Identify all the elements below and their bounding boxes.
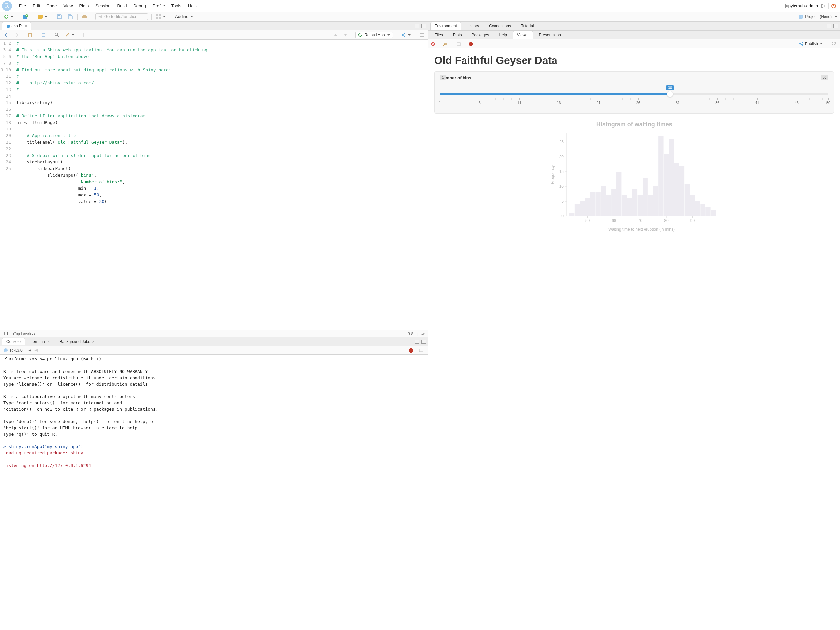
svg-rect-7	[82, 16, 87, 18]
files-tab-files[interactable]: Files	[430, 31, 447, 39]
svg-text:70: 70	[638, 219, 643, 223]
clear-console-icon[interactable]	[417, 348, 425, 353]
menu-tools[interactable]: Tools	[168, 3, 185, 8]
svg-rect-40	[569, 213, 574, 216]
svg-rect-55	[648, 195, 653, 216]
refresh-viewer-icon[interactable]	[831, 41, 837, 46]
save-all-button[interactable]	[66, 14, 74, 20]
minimize-pane-icon[interactable]	[415, 24, 419, 28]
env-tab-environment[interactable]: Environment	[430, 22, 461, 30]
menu-plots[interactable]: Plots	[76, 3, 92, 8]
svg-text:50: 50	[586, 219, 590, 223]
svg-line-18	[66, 34, 69, 36]
source-tab-app[interactable]: app.R ×	[2, 22, 31, 30]
close-icon[interactable]: ×	[47, 340, 49, 344]
console-tab-console[interactable]: Console	[2, 338, 25, 345]
svg-line-17	[57, 35, 59, 36]
power-icon[interactable]	[831, 3, 836, 9]
svg-text:90: 90	[690, 219, 695, 223]
svg-rect-67	[711, 210, 716, 216]
svg-rect-57	[658, 136, 663, 216]
svg-rect-47	[606, 195, 611, 216]
goto-dir-icon[interactable]	[33, 348, 39, 353]
save-source-icon[interactable]	[40, 32, 47, 38]
menubar: R FileEditCodeViewPlotsSessionBuildDebug…	[0, 0, 840, 12]
user-label: jupyterhub-admin	[785, 3, 818, 8]
env-tabstrip: EnvironmentHistoryConnectionsTutorial	[428, 22, 840, 30]
menu-build[interactable]: Build	[114, 3, 130, 8]
slider-handle[interactable]	[666, 91, 673, 97]
r-version-label: R 4.3.0	[10, 348, 23, 353]
svg-point-16	[55, 33, 58, 36]
svg-rect-43	[585, 198, 590, 216]
console-tab-terminal[interactable]: Terminal×	[26, 338, 54, 345]
publish-label: Publish	[805, 41, 818, 46]
publish-icon[interactable]	[399, 32, 412, 38]
console-output[interactable]: Platform: x86_64-pc-linux-gnu (64-bit) R…	[0, 354, 428, 630]
file-type-selector[interactable]: R Script ▴▾	[407, 332, 425, 336]
wand-icon[interactable]	[64, 32, 76, 38]
svg-text:Waiting time to next eruption : Waiting time to next eruption (in mins)	[608, 227, 674, 232]
env-tab-tutorial[interactable]: Tutorial	[516, 22, 538, 30]
files-tab-viewer[interactable]: Viewer	[513, 31, 533, 39]
stop-viewer-icon[interactable]	[469, 41, 473, 46]
files-tab-presentation[interactable]: Presentation	[534, 31, 565, 39]
menu-debug[interactable]: Debug	[130, 3, 149, 8]
files-tab-plots[interactable]: Plots	[449, 31, 466, 39]
back-icon[interactable]	[3, 32, 10, 38]
clear-viewer-icon[interactable]	[442, 41, 449, 47]
show-in-new-window-icon[interactable]	[27, 32, 34, 38]
project-label[interactable]: Project: (None)	[805, 14, 832, 19]
menu-profile[interactable]: Profile	[149, 3, 168, 8]
bins-slider[interactable]: 30	[440, 91, 829, 97]
console-tab-background-jobs[interactable]: Background Jobs×	[55, 338, 99, 345]
run-up-icon[interactable]	[332, 32, 339, 38]
addins-menu[interactable]: Addins	[174, 14, 194, 20]
svg-rect-63	[690, 195, 695, 216]
close-icon[interactable]: ×	[92, 340, 94, 344]
menu-code[interactable]: Code	[43, 3, 60, 8]
env-tab-connections[interactable]: Connections	[485, 22, 515, 30]
remove-viewer-icon[interactable]	[431, 41, 435, 46]
menu-help[interactable]: Help	[185, 3, 200, 8]
svg-rect-46	[601, 186, 606, 216]
scope-selector[interactable]: (Top Level) ▴▾	[13, 332, 35, 336]
run-down-icon[interactable]	[342, 32, 349, 38]
maximize-pane-icon[interactable]	[421, 340, 426, 344]
app-title: Old Faithful Geyser Data	[434, 54, 834, 66]
save-button[interactable]	[56, 14, 63, 20]
menu-file[interactable]: File	[16, 3, 29, 8]
outline-toggle-icon[interactable]	[419, 32, 425, 38]
new-file-button[interactable]	[3, 14, 14, 20]
svg-text:20: 20	[559, 154, 564, 159]
print-button[interactable]	[81, 14, 88, 19]
files-tab-help[interactable]: Help	[494, 31, 511, 39]
forward-icon	[13, 32, 21, 38]
reload-app-button[interactable]: Reload App	[355, 32, 393, 38]
open-file-button[interactable]	[36, 14, 49, 19]
minimize-pane-icon[interactable]	[827, 24, 831, 28]
goto-file-input[interactable]: Go to file/function	[95, 13, 148, 20]
new-project-button[interactable]	[21, 14, 29, 20]
grid-view-button[interactable]	[155, 14, 167, 20]
maximize-pane-icon[interactable]	[421, 24, 426, 28]
publish-button[interactable]: Publish	[797, 41, 824, 47]
env-tab-history[interactable]: History	[463, 22, 483, 30]
stop-icon[interactable]	[409, 348, 414, 353]
histogram-svg: 05101520255060708090Waiting time to next…	[549, 131, 720, 233]
popout-viewer-icon[interactable]	[456, 41, 462, 46]
menu-edit[interactable]: Edit	[29, 3, 43, 8]
close-icon[interactable]: ×	[25, 24, 27, 28]
maximize-pane-icon[interactable]	[834, 24, 838, 28]
slider-max-badge: 50	[821, 75, 829, 80]
code-editor[interactable]: 1 2 3 4 5 6 7 8 9 10 11 12 13 14 15 16 1…	[0, 39, 428, 330]
signout-icon[interactable]	[821, 3, 826, 9]
sidebar-panel: Number of bins: 1 50 30 1611162126313641…	[434, 71, 834, 114]
svg-rect-5	[58, 15, 60, 16]
menu-session[interactable]: Session	[92, 3, 114, 8]
files-tab-packages[interactable]: Packages	[467, 31, 494, 39]
find-icon[interactable]	[54, 32, 60, 38]
document-outline-icon[interactable]	[82, 32, 89, 38]
menu-view[interactable]: View	[60, 3, 76, 8]
minimize-pane-icon[interactable]	[415, 340, 419, 344]
